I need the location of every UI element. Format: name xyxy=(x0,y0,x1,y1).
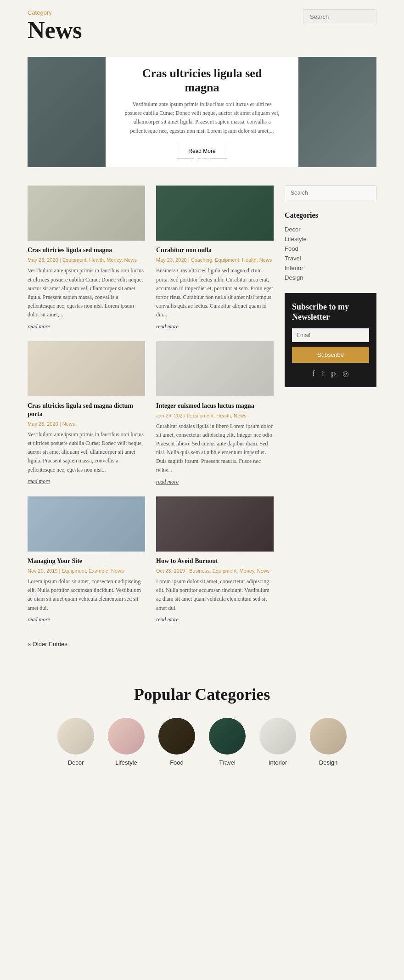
sidebar-categories-section: Categories Decor Lifestyle Food Travel I… xyxy=(285,211,376,293)
popular-item-decor[interactable]: Decor xyxy=(55,718,96,766)
pinterest-icon[interactable]: 𝕡 xyxy=(331,369,336,378)
popular-circle-food xyxy=(158,718,195,755)
article-grid-1: Cras ultricies ligula sed magna May 23, … xyxy=(28,186,274,623)
popular-circle-interior xyxy=(259,718,296,755)
popular-label-decor: Decor xyxy=(68,759,84,766)
popular-label-lifestyle: Lifestyle xyxy=(115,759,137,766)
sidebar-cat-lifestyle[interactable]: Lifestyle xyxy=(285,236,376,242)
article-card-3: Cras ultricies ligula sed magna dictum p… xyxy=(28,341,145,485)
hero-read-more-button[interactable]: Read More xyxy=(177,144,227,158)
article-excerpt-3: Vestibulum ante ipsum primis in faucibus… xyxy=(28,430,145,474)
popular-item-lifestyle[interactable]: Lifestyle xyxy=(106,718,147,766)
popular-item-food[interactable]: Food xyxy=(156,718,197,766)
popular-circle-design xyxy=(310,718,347,755)
pagination: « Older Entries xyxy=(28,636,274,662)
article-image-3 xyxy=(28,341,145,396)
popular-label-travel: Travel xyxy=(219,759,236,766)
popular-item-interior[interactable]: Interior xyxy=(257,718,298,766)
article-excerpt-4: Curabitur sodales ligula in libero Lorem… xyxy=(156,422,274,475)
article-card-4: Integer euismod lacus luctus magna Jan 2… xyxy=(156,341,274,485)
sidebar-category-list: Decor Lifestyle Food Travel Interior Des… xyxy=(285,226,376,281)
popular-grid: Decor Lifestyle Food Travel Interior Des… xyxy=(28,718,376,766)
sidebar-cat-interior[interactable]: Interior xyxy=(285,265,376,271)
hero-dot-2[interactable] xyxy=(200,157,204,161)
article-readmore-5[interactable]: read more xyxy=(28,616,145,623)
social-icons: f 𝕥 𝕡 ◎ xyxy=(292,369,369,378)
popular-item-travel[interactable]: Travel xyxy=(207,718,248,766)
header-text: Category News xyxy=(28,9,82,43)
hero-title: Cras ultricies ligula sed magna xyxy=(124,66,280,95)
hero-dots xyxy=(194,157,210,161)
newsletter-subscribe-button[interactable]: Subscribe xyxy=(292,347,369,363)
article-excerpt-5: Lorem ipsum dolor sit amet, consectetur … xyxy=(28,577,145,613)
article-meta-6: Oct 23, 2019 | Business, Equipment, Mone… xyxy=(156,568,274,574)
article-image-1 xyxy=(28,186,145,241)
hero-slider: Cras ultricies ligula sed magna Vestibul… xyxy=(28,57,376,167)
popular-label-design: Design xyxy=(319,759,337,766)
article-meta-2: May 23, 2020 | Coaching, Equipment, Heal… xyxy=(156,257,274,263)
hero-dot-1[interactable] xyxy=(194,157,197,161)
article-card-6: How to Avoid Burnout Oct 23, 2019 | Busi… xyxy=(156,496,274,623)
sidebar: Categories Decor Lifestyle Food Travel I… xyxy=(285,186,376,662)
facebook-icon[interactable]: f xyxy=(312,369,314,378)
article-title-1: Cras ultricies ligula sed magna xyxy=(28,246,145,254)
hero-dot-3[interactable] xyxy=(207,157,210,161)
article-image-5 xyxy=(28,496,145,552)
category-label: Category xyxy=(28,9,82,16)
article-excerpt-2: Business Cras ultricies ligula sed magna… xyxy=(156,266,274,319)
popular-circle-travel xyxy=(209,718,246,755)
hero-text: Vestibulum ante ipsum primis in faucibus… xyxy=(124,100,280,135)
article-readmore-1[interactable]: read more xyxy=(28,323,145,330)
popular-circle-decor xyxy=(57,718,94,755)
article-image-2 xyxy=(156,186,274,241)
article-title-4: Integer euismod lacus luctus magna xyxy=(156,402,274,410)
article-image-4 xyxy=(156,341,274,396)
article-readmore-2[interactable]: read more xyxy=(156,323,274,330)
article-readmore-3[interactable]: read more xyxy=(28,478,145,485)
popular-item-design[interactable]: Design xyxy=(308,718,349,766)
article-card-2: Curabitur non nulla May 23, 2020 | Coach… xyxy=(156,186,274,330)
article-excerpt-6: Lorem ipsum dolor sit amet, consectetur … xyxy=(156,577,274,613)
newsletter-title: Subscribe to my Newsletter xyxy=(292,302,369,322)
sidebar-cat-travel[interactable]: Travel xyxy=(285,255,376,262)
twitter-icon[interactable]: 𝕥 xyxy=(321,369,325,378)
sidebar-categories-title: Categories xyxy=(285,211,376,220)
article-meta-5: Nov 20, 2019 | Equipment, Example, News xyxy=(28,568,145,574)
popular-label-interior: Interior xyxy=(269,759,287,766)
article-title-3: Cras ultricies ligula sed magna dictum p… xyxy=(28,402,145,418)
article-title-2: Curabitur non nulla xyxy=(156,246,274,254)
article-card-5: Managing Your Site Nov 20, 2019 | Equipm… xyxy=(28,496,145,623)
popular-title: Popular Categories xyxy=(28,685,376,704)
popular-categories-section: Popular Categories Decor Lifestyle Food … xyxy=(0,662,404,784)
instagram-icon[interactable]: ◎ xyxy=(342,369,349,378)
article-title-6: How to Avoid Burnout xyxy=(156,557,274,565)
article-readmore-4[interactable]: read more xyxy=(156,479,274,485)
older-entries-link[interactable]: « Older Entries xyxy=(28,641,67,648)
sidebar-search-input[interactable] xyxy=(285,186,376,200)
article-card-1: Cras ultricies ligula sed magna May 23, … xyxy=(28,186,145,330)
sidebar-cat-food[interactable]: Food xyxy=(285,245,376,252)
popular-circle-lifestyle xyxy=(108,718,145,755)
sidebar-cat-decor[interactable]: Decor xyxy=(285,226,376,233)
article-meta-4: Jan 29, 2020 | Equipment, Health, News xyxy=(156,413,274,418)
page-title: News xyxy=(28,17,82,43)
sidebar-top: Categories Decor Lifestyle Food Travel I… xyxy=(285,186,376,293)
article-meta-3: May 23, 2020 | News xyxy=(28,421,145,427)
article-title-5: Managing Your Site xyxy=(28,557,145,565)
article-readmore-6[interactable]: read more xyxy=(156,616,274,623)
hero-content: Cras ultricies ligula sed magna Vestibul… xyxy=(106,57,298,167)
article-excerpt-1: Vestibulum ante ipsum primis in faucibus… xyxy=(28,266,145,319)
main-layout: Cras ultricies ligula sed magna May 23, … xyxy=(0,186,404,662)
sidebar-search-wrapper xyxy=(285,186,376,200)
newsletter-email-input[interactable] xyxy=(292,328,369,342)
article-image-6 xyxy=(156,496,274,552)
sidebar-cat-design[interactable]: Design xyxy=(285,274,376,281)
header-search-input[interactable] xyxy=(303,9,376,24)
header-search-wrapper xyxy=(303,9,376,24)
articles-column: Cras ultricies ligula sed magna May 23, … xyxy=(28,186,274,662)
popular-label-food: Food xyxy=(170,759,184,766)
newsletter-section: Subscribe to my Newsletter Subscribe f 𝕥… xyxy=(285,293,376,387)
article-meta-1: May 23, 2020 | Equipment, Health, Money,… xyxy=(28,257,145,263)
header: Category News xyxy=(0,0,404,48)
